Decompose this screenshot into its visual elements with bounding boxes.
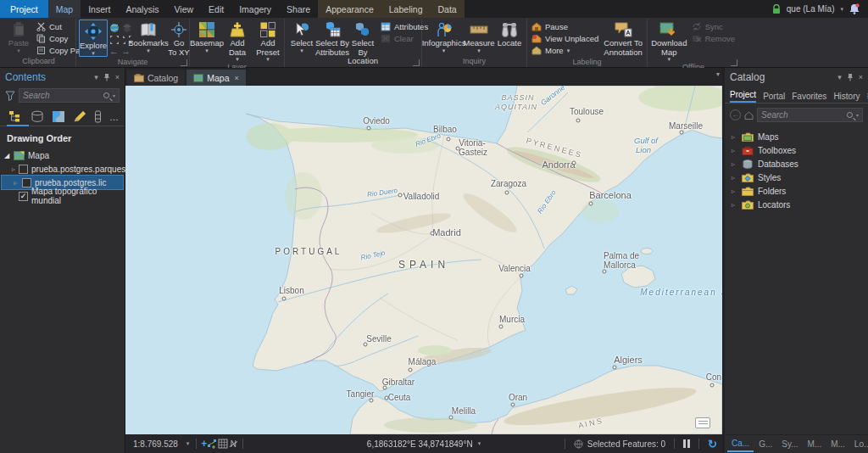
catalog-tab-project[interactable]: Project [730, 90, 756, 103]
map-canvas[interactable]: OviedoBilbaoVitoria-GasteizBASSINAQUITAI… [125, 86, 722, 434]
expander-icon[interactable]: ▹ [732, 187, 737, 195]
offline-dialog-launcher[interactable] [731, 59, 737, 66]
more-views-icon[interactable]: … [109, 112, 120, 122]
go-to-xy-button[interactable]: Go To XY [164, 20, 193, 57]
pane-close-icon[interactable]: × [115, 73, 120, 81]
tab-imagery[interactable]: Imagery [231, 0, 279, 18]
expander-icon[interactable]: ▹ [732, 160, 737, 168]
expander-icon[interactable]: ▹ [732, 147, 737, 154]
download-map-button[interactable]: Download Map ▾ [650, 20, 688, 62]
map-attribution-icon[interactable] [695, 417, 710, 428]
user-menu-caret-icon[interactable]: ▾ [840, 6, 843, 13]
catalog-tab-history[interactable]: History [833, 92, 860, 101]
tab-view[interactable]: View [167, 0, 202, 18]
selection-dialog-launcher[interactable] [413, 59, 420, 66]
navigate-dialog-launcher[interactable] [181, 59, 187, 66]
catalog-tab-favorites[interactable]: Favorites [792, 92, 826, 101]
expander-icon[interactable]: ▹ [732, 133, 737, 141]
catalog-item-styles[interactable]: ▹ Styles [725, 171, 868, 184]
grid-icon[interactable] [218, 439, 228, 449]
full-extent-icon[interactable] [109, 23, 120, 33]
contents-search-input[interactable]: Search ▾ [19, 88, 120, 103]
filter-funnel-icon[interactable] [5, 91, 15, 101]
dock-tab-catalog[interactable]: Ca... [727, 436, 754, 452]
expander-icon[interactable]: ▹ [12, 179, 19, 187]
fixed-zoom-in-icon[interactable] [109, 35, 120, 45]
list-by-editing-icon[interactable] [73, 110, 86, 123]
pane-pin-icon[interactable] [103, 73, 110, 81]
select-by-location-button[interactable]: Select By Location [348, 20, 377, 66]
catalog-item-folders[interactable]: ▹ Folders [725, 184, 868, 198]
selection-tool-icon[interactable]: + [201, 438, 207, 450]
signed-in-user[interactable]: que (La Mía) [787, 4, 835, 14]
pane-menu-caret-icon[interactable]: ▾ [837, 73, 842, 81]
refresh-icon[interactable]: ↻ [708, 438, 717, 450]
dock-tab-2[interactable]: Sy... [777, 437, 802, 451]
catalog-item-locators[interactable]: ▹ Locators [725, 198, 868, 211]
convert-to-annotation-button[interactable]: Convert To Annotation [602, 20, 644, 57]
expander-icon[interactable]: ▹ [12, 165, 15, 173]
pause-drawing-icon[interactable] [683, 439, 690, 448]
more-labeling-button[interactable]: More ▾ [530, 45, 600, 56]
bookmarks-button[interactable]: Bookmarks ▾ [134, 20, 163, 53]
notifications-bell-icon[interactable] [849, 3, 860, 14]
add-preset-button[interactable]: Add Preset ▾ [253, 20, 282, 62]
home-icon[interactable] [744, 111, 754, 120]
paste-button[interactable]: Paste ▾ [4, 20, 33, 53]
tab-analysis[interactable]: Analysis [118, 0, 166, 18]
north-disabled-icon[interactable]: N [228, 439, 238, 449]
measure-button[interactable]: Measure ▾ [465, 20, 493, 53]
remove-button[interactable]: Remove [690, 33, 737, 44]
list-by-snapping-icon[interactable] [94, 110, 102, 123]
pane-menu-caret-icon[interactable]: ▾ [94, 73, 98, 81]
pane-pin-icon[interactable] [847, 73, 854, 81]
tab-share[interactable]: Share [279, 0, 318, 18]
layer-checkbox[interactable] [19, 165, 28, 174]
dock-tab-1[interactable]: G... [754, 437, 776, 451]
layers-extent-icon[interactable] [122, 23, 132, 33]
catalog-tab-portal[interactable]: Portal [763, 92, 785, 101]
layer-row-parques[interactable]: ▹ prueba.postgres.parques [0, 162, 125, 176]
expander-icon[interactable]: ◢ [3, 152, 10, 159]
view-tab-catalog[interactable]: Catalog [127, 70, 185, 86]
close-tab-icon[interactable]: × [234, 74, 238, 82]
catalog-item-maps[interactable]: ▹ Maps [725, 130, 868, 143]
tab-data[interactable]: Data [430, 0, 464, 18]
dock-tab-3[interactable]: M... [804, 437, 826, 451]
view-unplaced-button[interactable]: View Unplaced [530, 33, 600, 44]
list-by-drawing-order-icon[interactable] [8, 110, 23, 123]
pane-close-icon[interactable]: × [859, 73, 863, 81]
locate-button[interactable]: Locate [495, 20, 524, 48]
scale-select[interactable]: 1:8.769.528 ▾ [131, 439, 192, 450]
basemap-button[interactable]: Basemap ▾ [192, 20, 221, 53]
tab-labeling[interactable]: Labeling [381, 0, 431, 18]
infographics-button[interactable]: Infographics ▾ [425, 20, 463, 53]
tab-overflow-caret-icon[interactable]: ▾ [716, 70, 720, 78]
layer-row-topografico[interactable]: ✓ Mapa topográfico mundial [0, 189, 125, 203]
pause-labeling-button[interactable]: Pause [530, 21, 600, 32]
list-by-selection-icon[interactable] [52, 110, 65, 123]
layer-checkbox[interactable]: ✓ [19, 192, 28, 201]
select-button[interactable]: Select ▾ [287, 20, 316, 53]
expander-icon[interactable]: ▹ [732, 174, 737, 182]
tab-map[interactable]: Map [48, 0, 81, 18]
select-by-attributes-button[interactable]: Select By Attributes [318, 20, 347, 57]
dock-tab-4[interactable]: M... [826, 437, 849, 451]
view-tab-mapa[interactable]: Mapa × [186, 70, 246, 86]
catalog-item-databases[interactable]: ▹ Databases [725, 157, 868, 171]
layer-checkbox[interactable] [22, 178, 31, 187]
next-extent-icon[interactable]: → [121, 47, 131, 56]
tab-project[interactable]: Project [0, 0, 48, 18]
tab-edit[interactable]: Edit [201, 0, 231, 18]
sync-button[interactable]: Sync [690, 21, 737, 32]
catalog-search-input[interactable]: Search ▾ [757, 108, 863, 122]
layer-row-mapa[interactable]: ◢ Mapa [0, 148, 125, 162]
back-button[interactable]: ← [730, 109, 741, 120]
tab-appearance[interactable]: Appearance [318, 0, 381, 18]
expander-icon[interactable]: ▹ [732, 201, 737, 209]
add-data-button[interactable]: Add Data ▾ [223, 20, 252, 62]
dock-tab-5[interactable]: Lo... [850, 437, 868, 451]
edit-vertices-icon[interactable] [207, 439, 218, 449]
list-by-data-source-icon[interactable] [31, 110, 44, 123]
tab-insert[interactable]: Insert [81, 0, 118, 18]
